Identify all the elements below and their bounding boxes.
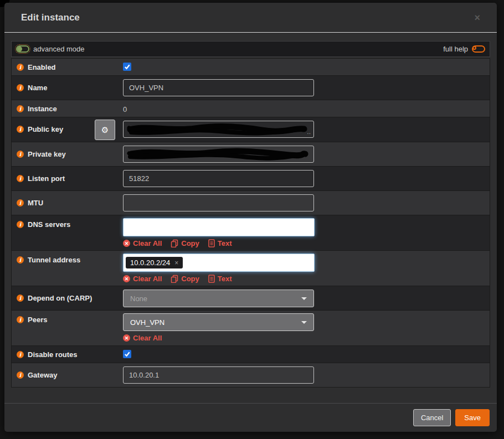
row-public-key: iPublic key ⚙ .. [12,117,490,142]
copy-icon [171,275,178,283]
clear-all-icon: ✕ [123,334,130,342]
row-private-key: iPrivate key [12,142,490,167]
row-tunnel-address: iTunnel address 10.0.20.2/24 × ✕Clear Al… [12,251,490,286]
file-text-icon [208,239,215,247]
row-name: iName [12,76,490,100]
chevron-down-icon [301,321,307,324]
disable-routes-checkbox[interactable] [123,350,131,358]
row-gateway: iGateway [12,363,490,388]
public-key-input[interactable]: .. [123,121,314,138]
dns-servers-input[interactable] [123,218,315,236]
generate-keys-button[interactable]: ⚙ [95,120,115,140]
row-listen-port: iListen port [12,167,490,191]
name-input[interactable] [123,79,314,96]
field-label: Private key [28,150,66,158]
field-label: Public key [28,125,63,133]
dialog-header: Edit instance × [4,3,497,33]
clear-all-icon: ✕ [123,240,130,247]
listen-port-input[interactable] [123,170,314,187]
advanced-mode-toggle-icon[interactable] [16,45,29,53]
field-label: DNS servers [28,220,70,229]
info-icon[interactable]: i [17,105,24,112]
edit-instance-dialog: Edit instance × advanced mode full help … [4,3,497,432]
redaction-scribble [126,147,310,162]
copy-link[interactable]: Copy [171,239,199,247]
enabled-checkbox[interactable] [123,63,131,71]
copy-link[interactable]: Copy [171,275,199,283]
full-help-label: full help [443,45,468,53]
save-button[interactable]: Save [455,409,490,426]
info-icon[interactable]: i [17,126,24,133]
field-label: Gateway [28,371,57,379]
file-text-icon [208,275,215,283]
copy-icon [171,239,178,247]
selected-value: OVH_VPN [130,318,164,327]
field-label: MTU [28,199,43,207]
close-icon[interactable]: × [474,13,480,23]
clear-all-icon: ✕ [123,275,130,282]
selected-value: None [130,295,147,303]
info-icon[interactable]: i [17,221,24,228]
info-icon[interactable]: i [17,256,24,264]
chevron-down-icon [301,297,307,300]
row-disable-routes: iDisable routes [12,346,490,363]
info-icon[interactable]: i [17,84,24,91]
info-icon[interactable]: i [17,351,24,358]
private-key-input[interactable] [123,146,314,163]
token-remove-icon[interactable]: × [174,259,178,267]
info-icon[interactable]: i [17,199,24,206]
field-label: Name [28,84,47,92]
advanced-mode-label: advanced mode [33,45,85,53]
instance-form: iEnabled iName iInstance 0 [11,58,490,388]
info-icon[interactable]: i [17,64,24,71]
info-icon[interactable]: i [17,316,24,323]
field-label: Listen port [28,174,65,183]
tunnel-address-input[interactable]: 10.0.20.2/24 × [123,254,315,272]
text-link[interactable]: Text [208,239,232,247]
depend-carp-select[interactable]: None [123,290,314,307]
field-label: Depend on (CARP) [28,294,92,302]
field-label: Peers [28,316,47,324]
dialog-body: advanced mode full help iEnabled iName [4,33,497,403]
row-depend-carp: iDepend on (CARP) None [12,286,490,311]
full-help-toggle-icon[interactable] [472,45,485,53]
peers-select[interactable]: OVH_VPN [123,313,314,331]
dialog-footer: Cancel Save [4,403,497,432]
field-label: Enabled [28,63,56,71]
clear-all-link[interactable]: ✕Clear All [123,334,162,342]
clear-all-link[interactable]: ✕Clear All [123,239,162,247]
dialog-title: Edit instance [21,12,80,23]
instance-value: 0 [123,105,127,113]
check-icon [124,350,131,358]
field-label: Disable routes [28,350,78,359]
info-icon[interactable]: i [17,295,24,302]
field-label: Tunnel address [28,256,80,264]
redaction-scribble [126,122,310,137]
gateway-input[interactable] [123,366,314,384]
gear-icon: ⚙ [101,125,109,135]
clear-all-link[interactable]: ✕Clear All [123,275,162,283]
row-peers: iPeers OVH_VPN ✕Clear All [12,311,490,346]
row-dns-servers: iDNS servers ✕Clear All Copy Text [12,215,490,251]
options-bar: advanced mode full help [11,41,490,57]
cancel-button[interactable]: Cancel [413,409,451,426]
info-icon[interactable]: i [17,151,24,158]
tunnel-address-token: 10.0.20.2/24 × [126,257,183,268]
row-mtu: iMTU [12,191,490,215]
field-label: Instance [28,105,57,113]
row-enabled: iEnabled [12,59,490,76]
token-value: 10.0.20.2/24 [130,259,170,267]
row-instance: iInstance 0 [12,100,490,117]
info-icon[interactable]: i [17,175,24,182]
mtu-input[interactable] [123,194,314,211]
text-link[interactable]: Text [208,275,232,283]
public-key-overflow: .. [307,128,311,136]
info-icon[interactable]: i [17,371,24,379]
check-icon [124,63,131,70]
